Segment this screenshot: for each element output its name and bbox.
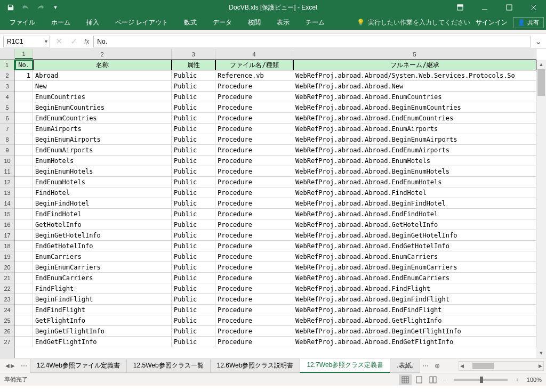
zoom-slider[interactable] bbox=[454, 379, 508, 381]
cell[interactable]: WebRefProj.abroad.Abroad.BeginEnumAirpor… bbox=[293, 134, 536, 145]
cell[interactable] bbox=[15, 187, 33, 198]
scroll-down-button[interactable]: ▼ bbox=[536, 348, 546, 358]
cell[interactable]: Procedure bbox=[215, 209, 293, 219]
chevron-down-icon[interactable]: ▼ bbox=[44, 39, 49, 44]
cell[interactable]: Abroad bbox=[33, 70, 172, 81]
row-header[interactable]: 19 bbox=[0, 251, 14, 262]
cell[interactable]: BeginEnumHotels bbox=[33, 166, 172, 177]
row-header[interactable]: 13 bbox=[0, 187, 14, 198]
cell[interactable]: Public bbox=[172, 283, 215, 294]
header-cell[interactable]: No. bbox=[15, 60, 33, 70]
sheet-nav-next[interactable]: ▶ bbox=[11, 363, 15, 369]
vertical-scrollbar[interactable]: ▲ ▼ bbox=[536, 60, 546, 358]
cell[interactable]: WebRefProj.abroad.Abroad.FindHotel bbox=[293, 187, 536, 198]
cell[interactable]: Public bbox=[172, 294, 215, 305]
cell[interactable] bbox=[15, 262, 33, 273]
cell[interactable]: Public bbox=[172, 241, 215, 251]
cell[interactable]: Public bbox=[172, 262, 215, 273]
cell[interactable] bbox=[15, 294, 33, 305]
row-header[interactable]: 2 bbox=[0, 70, 14, 81]
row-header[interactable]: 11 bbox=[0, 166, 14, 177]
cell[interactable]: Procedure bbox=[215, 92, 293, 102]
cell[interactable]: Public bbox=[172, 145, 215, 156]
ribbon-tab[interactable]: ホーム bbox=[44, 15, 78, 30]
cell[interactable]: Procedure bbox=[215, 102, 293, 113]
cell[interactable]: BeginEnumCountries bbox=[33, 102, 172, 113]
cell[interactable]: WebRefProj.abroad.Abroad.BeginGetHotelIn… bbox=[293, 230, 536, 241]
cell[interactable]: Procedure bbox=[215, 124, 293, 134]
column-header[interactable]: 1 bbox=[15, 49, 33, 59]
cell[interactable]: WebRefProj.abroad.Abroad/System.Web.Serv… bbox=[293, 70, 536, 81]
cell[interactable] bbox=[15, 81, 33, 92]
column-header[interactable]: 4 bbox=[215, 49, 293, 59]
hscroll-thumb[interactable] bbox=[472, 363, 494, 369]
cell[interactable]: WebRefProj.abroad.Abroad.GetFlightInfo bbox=[293, 315, 536, 326]
fx-button[interactable]: fx bbox=[82, 38, 91, 45]
cell[interactable]: Procedure bbox=[215, 262, 293, 273]
cell[interactable]: Procedure bbox=[215, 283, 293, 294]
cell[interactable]: Public bbox=[172, 209, 215, 219]
zoom-handle[interactable] bbox=[480, 377, 483, 383]
cell[interactable]: WebRefProj.abroad.Abroad.FindFlight bbox=[293, 283, 536, 294]
page-layout-view-button[interactable] bbox=[413, 374, 425, 385]
cell[interactable]: Procedure bbox=[215, 305, 293, 315]
expand-formula-bar-button[interactable]: ⌄ bbox=[533, 36, 543, 46]
cell[interactable]: EnumCarriers bbox=[33, 251, 172, 262]
horizontal-scrollbar[interactable]: ◀ ▶ bbox=[459, 361, 544, 371]
column-header[interactable]: 3 bbox=[172, 49, 215, 59]
cell[interactable]: GetHotelInfo bbox=[33, 219, 172, 230]
save-button[interactable] bbox=[4, 1, 17, 14]
cell[interactable]: WebRefProj.abroad.Abroad.EndGetHotelInfo bbox=[293, 241, 536, 251]
cell[interactable]: WebRefProj.abroad.Abroad.EnumCountries bbox=[293, 92, 536, 102]
cell[interactable]: Procedure bbox=[215, 81, 293, 92]
cell[interactable]: Procedure bbox=[215, 230, 293, 241]
row-header[interactable]: 1 bbox=[0, 60, 15, 70]
zoom-level[interactable]: 100% bbox=[527, 377, 542, 383]
cells-area[interactable]: No.名称属性ファイル名/種類フルネーム/継承1AbroadPublicRefe… bbox=[15, 60, 536, 358]
cell[interactable]: Public bbox=[172, 337, 215, 347]
row-header[interactable]: 9 bbox=[0, 145, 14, 156]
tab-file[interactable]: ファイル bbox=[2, 15, 43, 30]
cell[interactable]: WebRefProj.abroad.Abroad.EndFindHotel bbox=[293, 209, 536, 219]
cell[interactable]: FindHotel bbox=[33, 187, 172, 198]
cell[interactable]: WebRefProj.abroad.Abroad.EndEnumHotels bbox=[293, 177, 536, 187]
cell[interactable]: EndEnumCountries bbox=[33, 113, 172, 124]
cell[interactable] bbox=[15, 92, 33, 102]
sheet-nav-prev[interactable]: ◀ bbox=[5, 363, 10, 369]
row-header[interactable]: 20 bbox=[0, 262, 14, 273]
cell[interactable]: WebRefProj.abroad.Abroad.EndEnumCountrie… bbox=[293, 113, 536, 124]
cell[interactable]: WebRefProj.abroad.Abroad.GetHotelInfo bbox=[293, 219, 536, 230]
cell[interactable]: Public bbox=[172, 326, 215, 337]
row-header[interactable]: 27 bbox=[0, 337, 14, 347]
cell[interactable] bbox=[15, 124, 33, 134]
cell[interactable] bbox=[15, 156, 33, 166]
cell[interactable]: EndFindFlight bbox=[33, 305, 172, 315]
cell[interactable]: Public bbox=[172, 124, 215, 134]
cell[interactable] bbox=[15, 198, 33, 209]
row-header[interactable]: 7 bbox=[0, 124, 14, 134]
cell[interactable]: Procedure bbox=[215, 219, 293, 230]
cell[interactable]: Procedure bbox=[215, 177, 293, 187]
cell[interactable]: Public bbox=[172, 81, 215, 92]
ribbon-tab[interactable]: 数式 bbox=[176, 15, 204, 30]
undo-button[interactable] bbox=[19, 1, 32, 14]
cell[interactable]: EnumHotels bbox=[33, 156, 172, 166]
normal-view-button[interactable] bbox=[399, 374, 412, 385]
cell[interactable]: EndGetFlightInfo bbox=[33, 337, 172, 347]
cell[interactable]: Procedure bbox=[215, 198, 293, 209]
row-header[interactable]: 15 bbox=[0, 209, 14, 219]
cell[interactable] bbox=[15, 166, 33, 177]
row-header[interactable]: 17 bbox=[0, 230, 14, 241]
cell[interactable]: WebRefProj.abroad.Abroad.BeginFindFlight bbox=[293, 294, 536, 305]
cell[interactable]: Public bbox=[172, 70, 215, 81]
cell[interactable]: GetFlightInfo bbox=[33, 315, 172, 326]
header-cell[interactable]: 属性 bbox=[172, 60, 215, 70]
cell[interactable]: WebRefProj.abroad.Abroad.EnumCarriers bbox=[293, 251, 536, 262]
cell[interactable]: BeginEnumAirports bbox=[33, 134, 172, 145]
cell[interactable]: Public bbox=[172, 92, 215, 102]
cell[interactable]: Reference.vb bbox=[215, 70, 293, 81]
sheet-tab[interactable]: 12.7Web参照クラス定義書 bbox=[300, 358, 390, 373]
cell[interactable]: WebRefProj.abroad.Abroad.EndFindFlight bbox=[293, 305, 536, 315]
cell[interactable]: Public bbox=[172, 134, 215, 145]
row-header[interactable]: 24 bbox=[0, 305, 14, 315]
